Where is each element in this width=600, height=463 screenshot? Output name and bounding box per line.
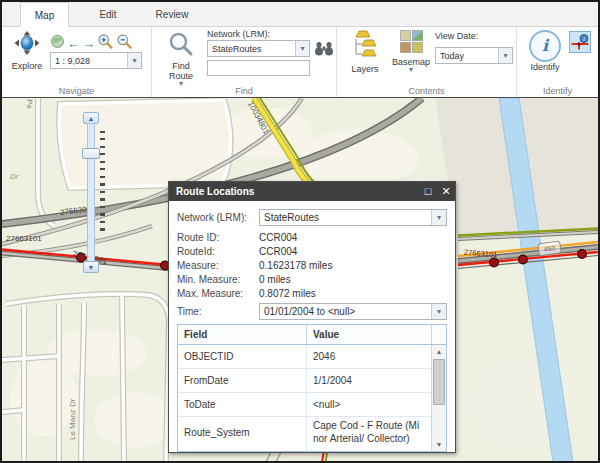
dialog-titlebar[interactable]: Route Locations □ ✕ [169, 182, 455, 201]
view-date-label: View Date: [435, 31, 478, 41]
network-field-label: Network (LRM): [177, 212, 259, 223]
min-measure-label: Min. Measure: [177, 274, 259, 285]
slider-track[interactable] [87, 123, 95, 263]
zoom-in-icon[interactable] [97, 33, 114, 54]
explore-icon [14, 43, 40, 60]
binoculars-icon[interactable] [314, 40, 334, 61]
group-navigate: Explore ← → 1 : 9,028 ▾ Navigate [2, 27, 152, 97]
route-id-value: CCR004 [259, 232, 297, 243]
next-extent-icon[interactable]: → [82, 37, 95, 51]
time-dropdown-arrow[interactable]: ▾ [431, 304, 446, 319]
identify-route-locations-tool[interactable]: i [569, 31, 591, 53]
time-dropdown[interactable]: 01/01/2004 to <null> ▾ [259, 303, 447, 320]
previous-extent-icon[interactable]: ← [67, 37, 80, 51]
close-icon[interactable]: ✕ [437, 182, 455, 201]
table-header: Field Value [178, 325, 446, 345]
scrollbar-up-icon[interactable]: ▲ [432, 345, 446, 358]
identify-button[interactable]: i Identify [525, 30, 565, 72]
basemap-button[interactable]: Basemap ▾ [389, 30, 433, 73]
map-scale-dropdown-arrow[interactable]: ▾ [127, 53, 141, 68]
route-location-info-icon: i [570, 38, 590, 55]
max-measure-label: Max. Measure: [177, 288, 259, 299]
view-date-value: Today [436, 51, 498, 61]
cell-fromdate: FromDate [178, 369, 307, 392]
time-field-label: Time: [177, 306, 259, 317]
value-column-header: Value [307, 325, 431, 344]
route-id-label: Route ID: [177, 232, 259, 243]
tab-map[interactable]: Map [20, 2, 69, 27]
min-measure-row: Min. Measure: 0 miles [177, 272, 447, 286]
identify-i-icon: i [529, 30, 561, 62]
view-date-dropdown-arrow[interactable]: ▾ [498, 48, 512, 63]
identify-group-label: Identify [517, 86, 598, 96]
basemap-dropdown-caret[interactable]: ▾ [389, 67, 433, 73]
measure-value: 0.1623178 miles [259, 260, 332, 271]
dialog-title: Route Locations [176, 182, 419, 201]
app-window: Map Edit Review Explore [0, 0, 600, 463]
routeid-label: RouteId: [177, 246, 259, 257]
route-id-row: Route ID: CCR004 [177, 230, 447, 244]
ribbon-tabstrip: Map Edit Review [2, 2, 598, 27]
ribbon-body: Explore ← → 1 : 9,028 ▾ Navigate [2, 27, 598, 97]
table-scrollbar[interactable]: ▲ ▼ [431, 345, 446, 451]
contents-group-label: Contents [337, 86, 516, 96]
tab-review[interactable]: Review [142, 2, 202, 27]
slider-thumb[interactable] [82, 148, 100, 159]
find-route-label-line1: Find [162, 61, 200, 71]
explore-label: Explore [6, 61, 48, 71]
map-zoom-slider[interactable]: ▲ ▼ [82, 112, 102, 274]
navigate-group-label: Navigate [2, 86, 151, 96]
layers-tree-icon [352, 46, 378, 63]
max-measure-row: Max. Measure: 0.8072 miles [177, 286, 447, 300]
explore-button[interactable]: Explore [6, 31, 48, 71]
network-lrm-combobox[interactable]: StateRoutes ▾ [207, 40, 310, 57]
min-measure-value: 0 miles [259, 274, 291, 285]
identify-label: Identify [525, 62, 565, 72]
table-row: FromDate 1/1/2004 [178, 369, 446, 393]
time-row: Time: 01/01/2004 to <null> ▾ [177, 303, 447, 320]
maximize-icon[interactable]: □ [419, 182, 437, 201]
cell-fromdate-value: 1/1/2004 [307, 369, 446, 392]
slider-down-button[interactable]: ▼ [83, 261, 99, 273]
map-scale-combobox[interactable]: 1 : 9,028 ▾ [50, 52, 142, 69]
tab-edit[interactable]: Edit [82, 2, 134, 27]
header-scrollbar-spacer [431, 325, 446, 344]
layers-button[interactable]: Layers [345, 30, 385, 74]
measure-row: Measure: 0.1623178 miles [177, 258, 447, 272]
group-contents: Layers Basemap ▾ View Date: Today [337, 27, 517, 97]
scrollbar-thumb[interactable] [433, 359, 445, 405]
layers-label: Layers [345, 64, 385, 74]
attributes-table: Field Value OBJECTID 2046 FromDate 1/1/2… [177, 324, 447, 452]
time-dropdown-value: 01/01/2004 to <null> [260, 306, 431, 317]
slider-tick-marks [100, 131, 105, 233]
zoom-out-icon[interactable] [116, 33, 133, 54]
table-row: ToDate <null> [178, 393, 446, 417]
cell-objectid: OBJECTID [178, 345, 307, 368]
cell-todate: ToDate [178, 393, 307, 416]
scrollbar-down-icon[interactable]: ▼ [432, 438, 446, 451]
right-road-bundle [458, 229, 598, 269]
find-group-label: Find [152, 86, 336, 96]
network-row: Network (LRM): StateRoutes ▾ [177, 209, 447, 226]
find-route-value-input[interactable] [207, 60, 310, 76]
network-lrm-dropdown-arrow[interactable]: ▾ [295, 41, 309, 56]
table-row: Route_System Cape Cod - F Route (Mi nor … [178, 417, 446, 451]
network-dropdown-arrow[interactable]: ▾ [431, 210, 446, 225]
cell-todate-value: <null> [307, 393, 446, 416]
measure-label: Measure: [177, 260, 259, 271]
cell-route-system: Route_System [178, 417, 307, 451]
cell-objectid-value: 2046 [307, 345, 446, 368]
network-dropdown[interactable]: StateRoutes ▾ [259, 209, 447, 226]
map-scale-value: 1 : 9,028 [51, 56, 127, 66]
network-lrm-label: Network (LRM): [207, 29, 270, 39]
route-locations-dialog: Route Locations □ ✕ Network (LRM): State… [168, 181, 456, 453]
field-column-header: Field [178, 325, 307, 344]
max-measure-value: 0.8072 miles [259, 288, 316, 299]
basemap-grid-icon [400, 39, 423, 56]
group-find: Find Route ▾ Network (LRM): StateRoutes … [152, 27, 337, 97]
network-lrm-value: StateRoutes [208, 44, 295, 54]
full-extent-globe-icon[interactable] [50, 34, 65, 53]
routeid-value: CCR004 [259, 246, 297, 257]
find-route-button[interactable]: Find Route ▾ [162, 31, 200, 87]
view-date-combobox[interactable]: Today ▾ [435, 47, 513, 64]
